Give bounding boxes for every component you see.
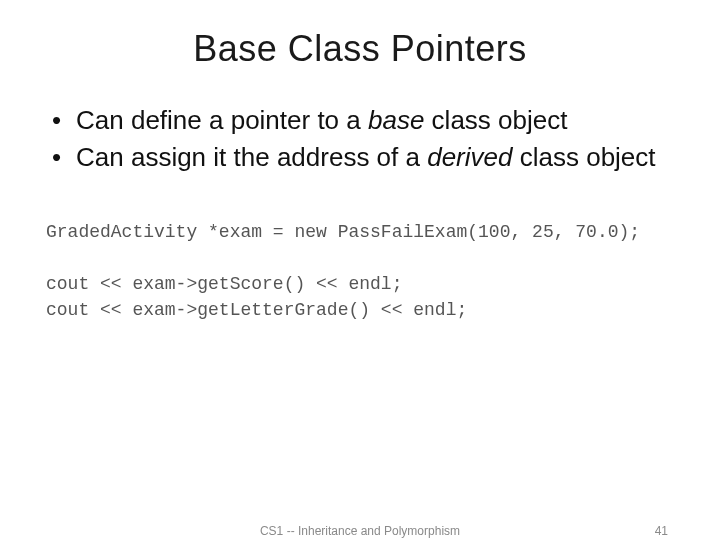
bullet-text-em: derived xyxy=(427,142,512,172)
code-line: cout << exam->getScore() << endl; xyxy=(46,274,402,294)
list-item: Can assign it the address of a derived c… xyxy=(52,141,678,174)
bullet-text-em: base xyxy=(368,105,424,135)
footer-text: CS1 -- Inheritance and Polymorphism xyxy=(260,524,460,538)
list-item: Can define a pointer to a base class obj… xyxy=(52,104,678,137)
code-line: cout << exam->getLetterGrade() << endl; xyxy=(46,300,467,320)
page-number: 41 xyxy=(655,524,668,538)
page-title: Base Class Pointers xyxy=(42,28,678,70)
bullet-text-pre: Can assign it the address of a xyxy=(76,142,427,172)
slide: Base Class Pointers Can define a pointer… xyxy=(0,0,720,540)
code-block: GradedActivity *exam = new PassFailExam(… xyxy=(42,219,678,323)
code-line: GradedActivity *exam = new PassFailExam(… xyxy=(46,222,640,242)
bullet-text-pre: Can define a pointer to a xyxy=(76,105,368,135)
bullet-list: Can define a pointer to a base class obj… xyxy=(42,104,678,175)
bullet-text-post: class object xyxy=(424,105,567,135)
bullet-text-post: class object xyxy=(512,142,655,172)
